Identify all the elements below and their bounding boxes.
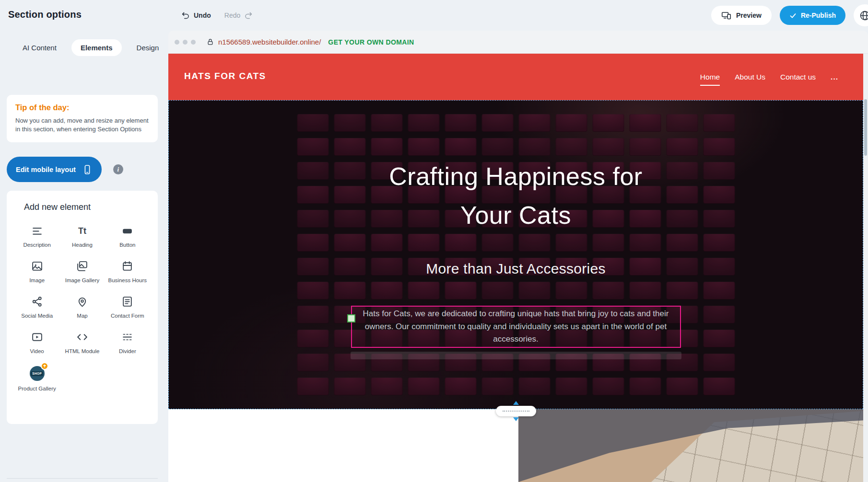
element-tile-heading[interactable]: Tt Heading [59,224,105,249]
contact-form-icon [121,295,133,309]
element-tile-image-gallery[interactable]: Image Gallery [59,260,105,284]
wall-tile [703,306,735,323]
drag-pill [496,406,536,416]
wall-tile [297,354,328,371]
element-label: Contact Form [111,312,144,320]
tip-card: Tip of the day: Now you can add, move an… [7,95,158,142]
wall-tile [592,378,624,395]
element-tile-image[interactable]: Image [14,260,59,284]
element-label: Heading [72,241,93,249]
wall-tile [297,138,328,156]
hero-section-selected[interactable]: Crafting Happiness for Your Cats More th… [168,100,863,409]
element-tile-map[interactable]: Map [59,295,105,320]
preview-button[interactable]: Preview [711,6,772,25]
wall-tile [629,378,661,395]
element-tile-contact-form[interactable]: Contact Form [105,295,150,320]
element-tile-description[interactable]: Description [14,224,59,249]
nav-more-button[interactable]: ... [831,70,838,84]
hero-subheading[interactable]: More than Just Accessories [169,261,863,277]
tab-design[interactable]: Design [128,39,168,56]
globe-icon [859,10,868,22]
element-tile-social-media[interactable]: Social Media [14,295,59,320]
nav-item-home[interactable]: Home [700,70,720,84]
scrollbar-thumb[interactable] [864,99,867,156]
page-title: Section options [8,9,82,20]
wall-tile [555,138,587,156]
add-element-title: Add new element [24,202,150,212]
element-label: Video [30,348,44,355]
add-element-panel: Add new element Description Tt Heading B… [7,191,158,424]
wall-tile [555,234,587,252]
wall-tile [408,378,439,395]
sidebar-tabs: AI Content Elements Design [13,39,168,56]
nav-item-contact[interactable]: Contact us [780,70,816,84]
element-tile-product-gallery[interactable]: SHOP Product Gallery [14,366,59,392]
canvas-scrollbar [863,54,868,482]
wall-tile [408,138,439,156]
wall-tile [481,378,513,395]
hero-heading-line1: Crafting Happiness for [169,157,863,196]
edit-mobile-layout-button[interactable]: Edit mobile layout [7,157,102,182]
topbar-actions: Preview Re-Publish [711,0,868,31]
wall-tile [481,234,513,252]
wall-tile [334,378,365,395]
wall-tile [592,114,624,132]
map-icon [76,295,88,309]
site-logo[interactable]: HATS FOR CATS [184,71,266,81]
wall-tile [555,378,587,395]
tab-ai-content[interactable]: AI Content [13,39,66,56]
window-dot [191,40,196,45]
mobile-layout-row: Edit mobile layout i [7,157,123,182]
business-hours-icon [121,260,133,273]
wall-tile [703,234,735,252]
republish-button[interactable]: Re-Publish [780,6,845,25]
element-label: Description [23,241,51,249]
wall-tile [297,306,328,323]
language-button[interactable] [854,4,868,26]
redo-button[interactable]: Redo [224,11,253,20]
wall-tile [703,330,735,347]
wall-tile [371,378,402,395]
browser-bar: n1566589.websitebuilder.online/ GET YOUR… [168,31,868,54]
element-tile-button[interactable]: Button [105,224,150,249]
site-header: HATS FOR CATS Home About Us Contact us .… [168,54,868,100]
wall-tile [592,282,624,299]
window-dot [175,40,179,45]
wall-tile [481,282,513,299]
history-controls: Undo Redo [181,0,253,31]
topbar: Section options Undo Redo Preview Re-Pub… [0,0,868,31]
get-domain-link[interactable]: GET YOUR OWN DOMAIN [328,38,414,46]
heading-icon: Tt [78,224,86,238]
wall-tile [371,114,402,132]
paragraph-element-selected[interactable]: Hats for Cats, we are dedicated to craft… [351,306,681,348]
hero-heading[interactable]: Crafting Happiness for Your Cats [169,157,863,235]
wall-tile [334,114,365,132]
image-gallery-icon [76,260,88,273]
wall-tile [703,138,735,156]
wall-tile [371,138,402,156]
image-icon [31,260,43,273]
wall-tile [666,138,698,156]
wall-tile [518,378,550,395]
editor-canvas: n1566589.websitebuilder.online/ GET YOUR… [168,31,868,482]
ghost-element-placeholder [351,352,681,359]
resize-handle[interactable] [347,314,355,322]
video-icon [31,331,43,344]
element-tile-business-hours[interactable]: Business Hours [105,260,150,284]
element-tile-video[interactable]: Video [14,331,59,355]
tab-elements[interactable]: Elements [71,39,122,56]
redo-icon [244,11,253,20]
divider-icon [121,331,133,344]
wall-tile [629,282,661,299]
info-icon[interactable]: i [113,164,123,174]
undo-button[interactable]: Undo [181,11,211,20]
html-module-icon [76,331,88,344]
wall-tile [297,234,328,252]
element-tile-divider[interactable]: Divider [105,331,150,355]
tip-title: Tip of the day: [15,103,149,112]
element-label: Map [77,312,87,320]
nav-item-about[interactable]: About Us [735,70,765,84]
wall-tile [334,138,365,156]
section-resize-handle[interactable] [496,401,536,421]
element-tile-html-module[interactable]: HTML Module [59,331,105,355]
